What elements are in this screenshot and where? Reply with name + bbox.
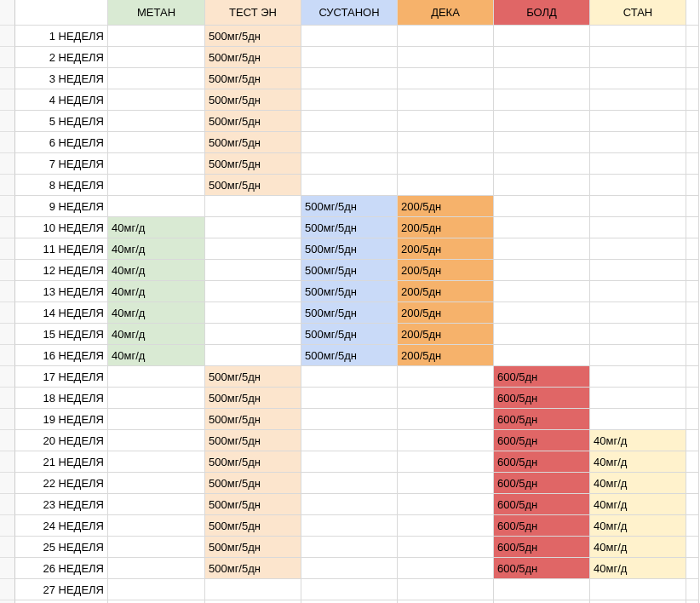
cell-test_en[interactable]: 500мг/5дн bbox=[205, 132, 301, 153]
cell-sustanon[interactable] bbox=[301, 473, 398, 494]
week-label[interactable]: 18 НЕДЕЛЯ bbox=[15, 388, 108, 409]
cell-stan[interactable] bbox=[590, 324, 686, 345]
cell-metan[interactable] bbox=[108, 579, 205, 600]
cell-sustanon[interactable]: 500мг/5дн bbox=[301, 260, 398, 281]
cell-test_en[interactable]: 500мг/5дн bbox=[205, 515, 301, 537]
cell-bold[interactable]: 600/5дн bbox=[494, 515, 590, 537]
cell-stan[interactable]: 40мг/д bbox=[590, 451, 686, 473]
cell-test_en[interactable]: 500мг/5дн bbox=[205, 430, 301, 451]
cell-test_en[interactable] bbox=[205, 579, 301, 600]
cell-test_en[interactable]: 500мг/5дн bbox=[205, 473, 301, 494]
cell-bold[interactable] bbox=[494, 217, 590, 238]
cell-metan[interactable] bbox=[108, 111, 205, 132]
cell-metan[interactable]: 40мг/д bbox=[108, 281, 205, 302]
cell-stan[interactable] bbox=[590, 47, 686, 68]
cell-sustanon[interactable] bbox=[301, 175, 398, 196]
cell-sustanon[interactable]: 500мг/5дн bbox=[301, 345, 398, 366]
cell-stan[interactable]: 40мг/д bbox=[590, 473, 686, 494]
cell-metan[interactable] bbox=[108, 558, 205, 579]
spreadsheet-grid[interactable]: МЕТАНТЕСТ ЭНСУСТАНОНДЕКАБОЛДСТАН1 НЕДЕЛЯ… bbox=[0, 0, 700, 603]
week-label[interactable]: 9 НЕДЕЛЯ bbox=[15, 196, 108, 217]
cell-metan[interactable] bbox=[108, 26, 205, 47]
cell-deka[interactable]: 200/5дн bbox=[398, 260, 494, 281]
cell-stan[interactable]: 40мг/д bbox=[590, 494, 686, 515]
cell-stan[interactable] bbox=[590, 89, 686, 111]
cell-stan[interactable] bbox=[590, 111, 686, 132]
cell-deka[interactable]: 200/5дн bbox=[398, 345, 494, 366]
cell-bold[interactable]: 600/5дн bbox=[494, 388, 590, 409]
cell-deka[interactable]: 200/5дн bbox=[398, 302, 494, 324]
week-label[interactable]: 16 НЕДЕЛЯ bbox=[15, 345, 108, 366]
cell-test_en[interactable]: 500мг/5дн bbox=[205, 451, 301, 473]
cell-test_en[interactable]: 500мг/5дн bbox=[205, 68, 301, 89]
cell-deka[interactable] bbox=[398, 388, 494, 409]
column-header-deka[interactable]: ДЕКА bbox=[398, 0, 494, 26]
cell-deka[interactable] bbox=[398, 68, 494, 89]
cell-bold[interactable] bbox=[494, 196, 590, 217]
cell-metan[interactable] bbox=[108, 89, 205, 111]
cell-metan[interactable] bbox=[108, 430, 205, 451]
cell-test_en[interactable] bbox=[205, 260, 301, 281]
cell-bold[interactable] bbox=[494, 68, 590, 89]
cell-bold[interactable] bbox=[494, 238, 590, 260]
week-label[interactable]: 11 НЕДЕЛЯ bbox=[15, 238, 108, 260]
cell-stan[interactable] bbox=[590, 388, 686, 409]
cell-sustanon[interactable]: 500мг/5дн bbox=[301, 281, 398, 302]
cell-stan[interactable] bbox=[590, 260, 686, 281]
week-label[interactable]: 4 НЕДЕЛЯ bbox=[15, 89, 108, 111]
week-label[interactable]: 6 НЕДЕЛЯ bbox=[15, 132, 108, 153]
cell-stan[interactable]: 40мг/д bbox=[590, 515, 686, 537]
cell-bold[interactable] bbox=[494, 111, 590, 132]
cell-test_en[interactable] bbox=[205, 196, 301, 217]
cell-sustanon[interactable] bbox=[301, 451, 398, 473]
week-label[interactable]: 19 НЕДЕЛЯ bbox=[15, 409, 108, 430]
cell-sustanon[interactable] bbox=[301, 132, 398, 153]
cell-test_en[interactable]: 500мг/5дн bbox=[205, 558, 301, 579]
cell-metan[interactable] bbox=[108, 451, 205, 473]
cell-metan[interactable] bbox=[108, 153, 205, 175]
cell-deka[interactable]: 200/5дн bbox=[398, 324, 494, 345]
cell-bold[interactable]: 600/5дн bbox=[494, 409, 590, 430]
week-label[interactable]: 22 НЕДЕЛЯ bbox=[15, 473, 108, 494]
cell-metan[interactable] bbox=[108, 196, 205, 217]
cell-deka[interactable] bbox=[398, 26, 494, 47]
week-label[interactable]: 3 НЕДЕЛЯ bbox=[15, 68, 108, 89]
cell-test_en[interactable] bbox=[205, 217, 301, 238]
cell-bold[interactable] bbox=[494, 153, 590, 175]
cell-bold[interactable] bbox=[494, 132, 590, 153]
week-label[interactable]: 8 НЕДЕЛЯ bbox=[15, 175, 108, 196]
cell-bold[interactable]: 600/5дн bbox=[494, 430, 590, 451]
cell-stan[interactable] bbox=[590, 26, 686, 47]
cell-test_en[interactable]: 500мг/5дн bbox=[205, 111, 301, 132]
column-header-stan[interactable]: СТАН bbox=[590, 0, 686, 26]
cell-bold[interactable]: 600/5дн bbox=[494, 366, 590, 388]
cell-deka[interactable]: 200/5дн bbox=[398, 196, 494, 217]
cell-test_en[interactable]: 500мг/5дн bbox=[205, 89, 301, 111]
cell-bold[interactable] bbox=[494, 324, 590, 345]
cell-test_en[interactable]: 500мг/5дн bbox=[205, 26, 301, 47]
cell-deka[interactable] bbox=[398, 366, 494, 388]
cell-deka[interactable] bbox=[398, 132, 494, 153]
cell-test_en[interactable]: 500мг/5дн bbox=[205, 366, 301, 388]
cell-test_en[interactable]: 500мг/5дн bbox=[205, 494, 301, 515]
cell-test_en[interactable]: 500мг/5дн bbox=[205, 47, 301, 68]
cell-bold[interactable] bbox=[494, 47, 590, 68]
cell-bold[interactable] bbox=[494, 579, 590, 600]
cell-sustanon[interactable]: 500мг/5дн bbox=[301, 196, 398, 217]
cell-metan[interactable] bbox=[108, 366, 205, 388]
week-label[interactable]: 12 НЕДЕЛЯ bbox=[15, 260, 108, 281]
cell-sustanon[interactable]: 500мг/5дн bbox=[301, 217, 398, 238]
cell-stan[interactable] bbox=[590, 132, 686, 153]
cell-metan[interactable] bbox=[108, 132, 205, 153]
cell-sustanon[interactable]: 500мг/5дн bbox=[301, 238, 398, 260]
cell-metan[interactable]: 40мг/д bbox=[108, 238, 205, 260]
week-label[interactable]: 24 НЕДЕЛЯ bbox=[15, 515, 108, 537]
cell-stan[interactable] bbox=[590, 366, 686, 388]
week-label[interactable]: 21 НЕДЕЛЯ bbox=[15, 451, 108, 473]
cell-bold[interactable] bbox=[494, 302, 590, 324]
week-label[interactable]: 20 НЕДЕЛЯ bbox=[15, 430, 108, 451]
cell-metan[interactable]: 40мг/д bbox=[108, 217, 205, 238]
cell-stan[interactable] bbox=[590, 68, 686, 89]
week-label[interactable]: 26 НЕДЕЛЯ bbox=[15, 558, 108, 579]
cell-bold[interactable] bbox=[494, 175, 590, 196]
